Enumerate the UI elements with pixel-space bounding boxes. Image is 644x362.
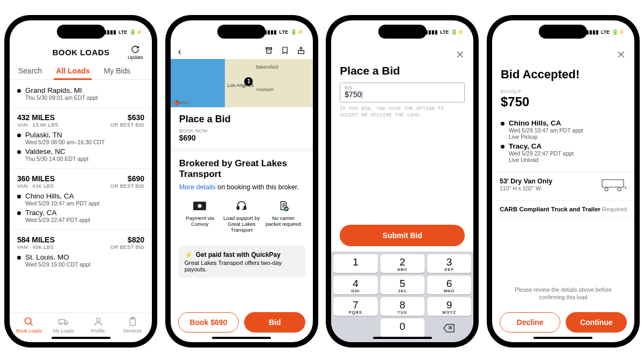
decline-button[interactable]: Decline (500, 312, 561, 333)
truck-icon (58, 316, 69, 327)
load-bid-note: OR BEST BID (111, 244, 144, 250)
nav-services[interactable]: Services (115, 316, 150, 334)
continue-button[interactable]: Continue (566, 312, 627, 333)
stop-time: Wed 5/29 10:47 am PDT appt (25, 200, 100, 206)
load-card[interactable]: 432 MILES VAN · 13.6K LBS $630 OR BEST B… (10, 107, 152, 168)
load-price: $630 (111, 113, 144, 122)
svg-rect-12 (237, 206, 239, 210)
stop-time: Thu 5/30 09:01 am EDT appt (25, 94, 98, 101)
stop-city: Pulaski, TN (25, 131, 105, 139)
stop-time: Wed 5/29 10:47 am PDT appt (509, 127, 583, 134)
svg-point-11 (198, 204, 202, 208)
bid-button[interactable]: Bid (244, 312, 305, 333)
bid-input-value: $750 (345, 90, 361, 99)
compliance-label: CARB Compliant Truck and Trailer (500, 206, 601, 212)
maps-brand: 🍎Maps (174, 100, 190, 105)
key-7[interactable]: 7PQRS (333, 297, 377, 316)
home-indicator[interactable] (533, 337, 592, 339)
nav-profile[interactable]: Profile (81, 316, 115, 334)
tab-my-bids[interactable]: My Bids (101, 63, 133, 79)
trailer-icon (601, 178, 627, 195)
stop-dot-icon (17, 134, 21, 137)
stop-dot-icon (17, 211, 21, 215)
feature-label: No carrier packet required (265, 215, 302, 227)
payout-amount: $750 (501, 94, 626, 109)
clipboard-icon (127, 316, 138, 327)
key-5[interactable]: 5JKL (380, 276, 425, 294)
update-button[interactable]: Update (128, 45, 143, 60)
bid-input[interactable]: BID $750 (340, 83, 465, 102)
modal-title: Place a Bid (340, 64, 465, 77)
headset-icon (223, 200, 260, 212)
stop-city: Tracy, CA (509, 142, 574, 150)
stop-time: Wed 5/29 15:00 CDT appt (25, 261, 91, 268)
refresh-icon (131, 45, 140, 54)
more-details-link[interactable]: More details (179, 183, 216, 191)
signal-icon: ▮▮▮▮ (586, 29, 599, 35)
battery-icon: 🔋⚡ (290, 29, 303, 35)
battery-icon: 🔋⚡ (129, 29, 142, 35)
home-indicator[interactable] (373, 337, 432, 339)
nav-book-loads[interactable]: Book Loads (12, 316, 46, 334)
nav-label: Services (123, 328, 142, 334)
stop-dot-icon (17, 256, 21, 260)
stop-city: Grand Rapids, MI (25, 86, 98, 94)
close-button[interactable]: ✕ (331, 44, 473, 61)
bookmark-icon[interactable] (281, 46, 289, 57)
close-button[interactable]: ✕ (492, 44, 634, 61)
truck-dimensions: 110" H x 102" W (500, 185, 552, 191)
key-8[interactable]: 8TUV (380, 297, 425, 316)
svg-rect-8 (267, 49, 271, 53)
book-now-label: BOOK NOW (179, 128, 304, 134)
svg-point-3 (65, 323, 67, 324)
document-check-icon (265, 200, 302, 212)
payment-icon (181, 200, 219, 212)
stop-dot-icon (17, 89, 21, 93)
stop-city: St. Louis, MO (25, 253, 91, 261)
load-bid-note: OR BEST BID (111, 122, 144, 128)
home-indicator[interactable] (212, 337, 271, 339)
battery-icon: 🔋⚡ (612, 29, 625, 35)
svg-point-16 (605, 188, 608, 191)
load-price: $690 (111, 174, 144, 183)
back-button[interactable]: ‹ (178, 46, 181, 57)
archive-icon[interactable] (265, 46, 273, 57)
load-price: $820 (111, 235, 144, 244)
map-city-label: Anaheim (256, 87, 274, 92)
book-button[interactable]: Book $690 (178, 312, 239, 333)
key-backspace[interactable] (427, 319, 471, 337)
submit-bid-button[interactable]: Submit Bid (340, 225, 465, 246)
key-4[interactable]: 4GHI (333, 276, 377, 294)
profile-icon (93, 316, 104, 327)
quickpay-title: Get paid fast with QuickPay (196, 251, 281, 258)
key-2[interactable]: 2ABC (380, 254, 425, 273)
home-indicator[interactable] (52, 337, 111, 339)
load-meta: VAN · 41K LBS (17, 183, 55, 189)
key-3[interactable]: 3DEF (427, 254, 471, 273)
key-0[interactable]: 0 (380, 319, 425, 337)
stop-live: Live Unload (509, 157, 574, 163)
network-label: LTE (440, 29, 449, 35)
key-1[interactable]: 1 (333, 254, 377, 273)
numeric-keypad: 1 2ABC 3DEF 4GHI 5JKL 6MNO 7PQRS 8TUV 9W… (331, 252, 473, 342)
load-card[interactable]: 584 MILESVAN · 45K LBS $820OR BEST BID S… (10, 230, 152, 274)
share-icon[interactable] (297, 46, 305, 57)
stop-time: Wed 5/29 22:47 PDT appt (509, 150, 574, 157)
stop-time: Wed 5/29 22:47 PDT appt (25, 217, 90, 223)
map-city-label: Bakersfield (256, 64, 279, 70)
stop-dot-icon (501, 122, 504, 125)
load-card[interactable]: 360 MILESVAN · 41K LBS $690OR BEST BID C… (10, 168, 152, 230)
map-preview[interactable]: Los Angeles Bakersfield Anaheim 🍎Maps 1 (171, 59, 313, 107)
text-cursor (362, 91, 362, 99)
signal-icon: ▮▮▮▮ (264, 29, 277, 35)
key-9[interactable]: 9WXYZ (427, 297, 471, 316)
svg-rect-13 (244, 206, 246, 210)
book-now-price: $690 (179, 134, 304, 142)
svg-point-2 (60, 323, 62, 324)
key-6[interactable]: 6MNO (427, 276, 471, 294)
nav-label: My Loads (53, 328, 74, 334)
bid-input-label: BID (345, 85, 460, 90)
tab-search[interactable]: Search (16, 63, 44, 79)
nav-my-loads[interactable]: My Loads (46, 316, 80, 334)
tab-all-loads[interactable]: All Loads (54, 63, 92, 80)
